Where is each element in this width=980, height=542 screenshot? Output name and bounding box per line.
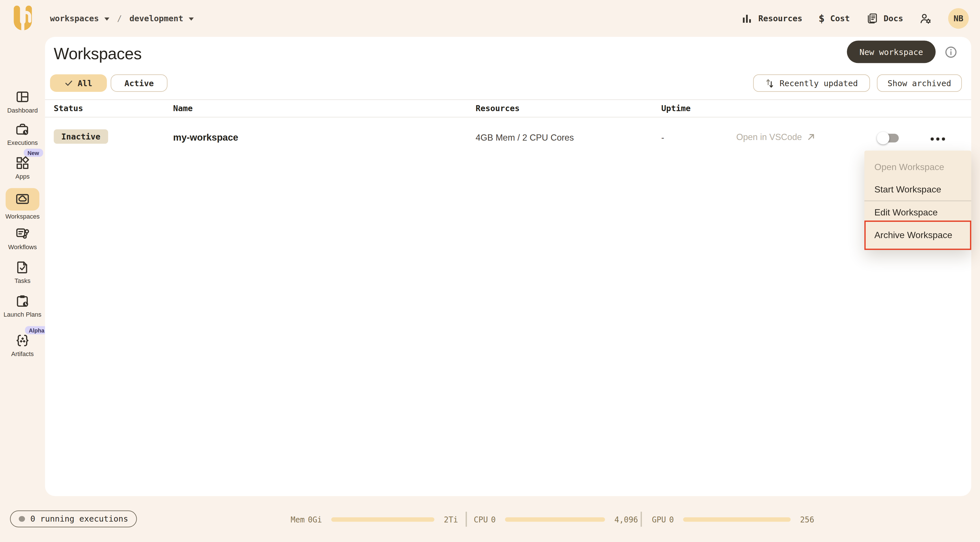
apps-icon: New <box>15 156 30 171</box>
breadcrumb-development[interactable]: development <box>129 14 183 23</box>
filter-all-chip[interactable]: All <box>50 74 107 92</box>
sidebar-item-dashboard[interactable]: Dashboard <box>0 89 45 114</box>
app-root: workspaces / development Resources $ Cos… <box>0 0 980 542</box>
executions-icon <box>15 122 30 137</box>
chevron-down-icon[interactable] <box>105 17 110 21</box>
nav-cost[interactable]: $ Cost <box>819 13 850 24</box>
launch-plans-icon <box>15 294 30 309</box>
nav-resources[interactable]: Resources <box>741 13 802 24</box>
status-badge: Inactive <box>54 129 108 144</box>
show-archived-button[interactable]: Show archived <box>877 74 962 92</box>
workspace-context-menu: Open Workspace Start Workspace Edit Work… <box>864 150 971 250</box>
docs-icon <box>866 13 878 24</box>
column-header-resources: Resources <box>476 99 520 117</box>
meter-divider <box>641 512 641 527</box>
workspaces-icon <box>15 192 30 207</box>
new-badge: New <box>24 149 43 157</box>
status-bar: 0 running executions Mem 0Gi 2Ti CPU 0 4… <box>0 496 980 542</box>
menu-item-edit-workspace[interactable]: Edit Workspace <box>864 201 971 223</box>
gpu-meter-bar <box>683 517 791 521</box>
arrow-up-right-icon <box>806 132 816 141</box>
workspace-uptime: - <box>661 132 664 142</box>
cpu-meter: CPU 0 4,096 <box>474 496 638 542</box>
workspace-name: my-workspace <box>173 132 239 142</box>
workflows-icon <box>15 226 30 241</box>
cpu-meter-bar <box>505 517 605 521</box>
menu-item-open-workspace: Open Workspace <box>864 155 971 178</box>
open-in-vscode-link: Open in VSCode <box>736 132 816 142</box>
page-title: Workspaces <box>54 44 142 64</box>
filter-active-chip[interactable]: Active <box>111 74 168 92</box>
union-logo-icon[interactable] <box>10 5 35 33</box>
new-workspace-button[interactable]: New workspace <box>847 41 936 63</box>
status-dot-icon <box>19 516 25 522</box>
alpha-badge: Alpha <box>25 326 48 334</box>
sidebar-item-workflows[interactable]: Workflows <box>0 226 45 251</box>
menu-item-archive-workspace[interactable]: Archive Workspace <box>864 223 971 246</box>
running-executions-button[interactable]: 0 running executions <box>10 510 137 528</box>
dollar-icon: $ <box>819 13 825 24</box>
nav-docs[interactable]: Docs <box>866 13 903 24</box>
sort-button[interactable]: Recently updated <box>753 74 870 92</box>
sort-arrows-icon <box>765 78 775 88</box>
sidebar-item-workspaces[interactable]: Workspaces <box>0 188 45 220</box>
workspaces-panel: Workspaces New workspace All Active <box>45 37 971 496</box>
column-header-uptime: Uptime <box>661 99 691 117</box>
row-menu-button[interactable] <box>929 136 946 141</box>
table-header-bottom-border <box>45 117 971 118</box>
user-gear-icon <box>919 12 932 25</box>
sidebar-item-apps[interactable]: New Apps <box>0 156 45 180</box>
active-item-highlight <box>6 188 40 210</box>
meter-divider <box>466 512 466 527</box>
sidebar-item-executions[interactable]: Executions <box>0 122 45 146</box>
info-icon[interactable] <box>944 46 957 59</box>
check-icon <box>65 79 73 87</box>
sidebar-item-artifacts[interactable]: Alpha Artifacts <box>0 333 45 358</box>
tasks-icon <box>15 260 30 275</box>
breadcrumb-separator: / <box>117 14 122 23</box>
sidebar-item-tasks[interactable]: Tasks <box>0 260 45 285</box>
column-header-status: Status <box>54 99 83 117</box>
sidebar: Dashboard Executions New <box>0 37 45 496</box>
workspace-resources: 4GB Mem / 2 CPU Cores <box>476 132 574 142</box>
artifacts-icon: Alpha <box>15 333 30 348</box>
top-bar: workspaces / development Resources $ Cos… <box>0 0 980 37</box>
top-nav: Resources $ Cost Docs <box>741 0 969 37</box>
breadcrumb-workspaces[interactable]: workspaces <box>50 14 99 23</box>
dashboard-icon <box>15 89 30 104</box>
memory-meter-bar <box>331 517 435 521</box>
memory-meter: Mem 0Gi 2Ti <box>291 496 458 542</box>
sidebar-item-launch-plans[interactable]: Launch Plans <box>0 294 45 318</box>
avatar[interactable]: NB <box>948 8 969 29</box>
gpu-meter: GPU 0 256 <box>652 496 814 542</box>
menu-item-start-workspace[interactable]: Start Workspace <box>864 178 971 200</box>
toggle-knob <box>877 132 889 144</box>
admin-settings-button[interactable] <box>919 12 932 25</box>
bar-chart-icon <box>741 13 753 24</box>
chevron-down-icon[interactable] <box>189 17 194 21</box>
workspace-power-toggle[interactable] <box>878 134 899 142</box>
column-header-name: Name <box>173 99 193 117</box>
breadcrumb: workspaces / development <box>50 0 194 37</box>
